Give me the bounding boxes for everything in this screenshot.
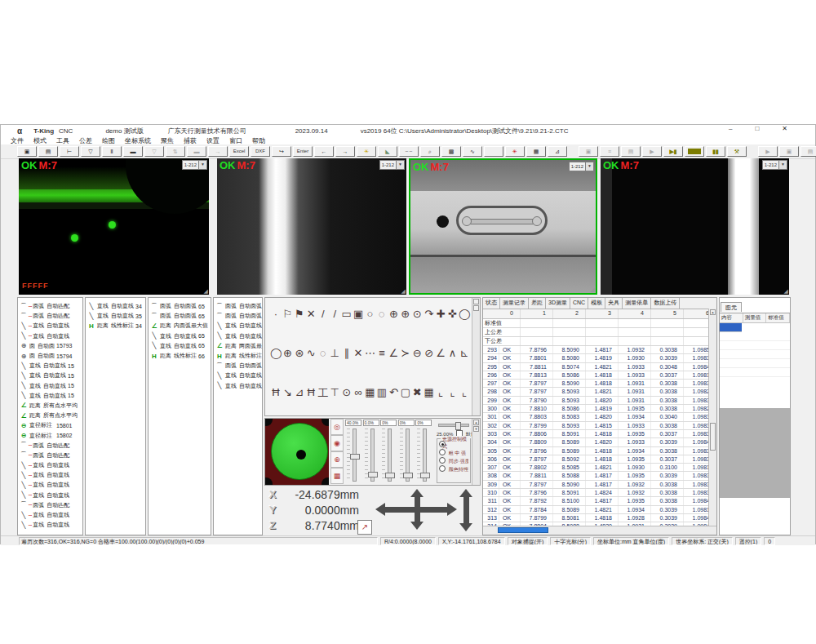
- fixed-row[interactable]: 标准值: [483, 319, 716, 328]
- geometry-tool-icon[interactable]: ⌞: [447, 386, 459, 401]
- list-item[interactable]: ╲ 直线 自动直线 15: [18, 371, 82, 380]
- geometry-tool-icon[interactable]: ∧: [447, 347, 459, 359]
- geometry-tool-icon[interactable]: ∞: [353, 386, 364, 401]
- geometry-tool-icon[interactable]: ↶: [388, 386, 399, 401]
- list-item[interactable]: ╲ 直线 自动直线 35: [86, 311, 145, 321]
- grid-tab[interactable]: 数据上传: [651, 298, 680, 309]
- geometry-tool-icon[interactable]: ▢: [400, 386, 411, 401]
- close-button[interactable]: ✕: [782, 125, 787, 132]
- resize-grip-icon[interactable]: ◢: [204, 288, 208, 295]
- geometry-tool-icon[interactable]: ▭: [341, 308, 353, 320]
- toolbar-button[interactable]: ▶: [642, 146, 662, 157]
- scrollbar-thumb[interactable]: [498, 527, 548, 533]
- geometry-tool-icon[interactable]: Ħ: [305, 386, 317, 401]
- table-row[interactable]: 305 OK 7.8796 8.5089 1.4818 1.0934 0.303…: [483, 447, 716, 455]
- geometry-tool-icon[interactable]: ⊛: [294, 347, 305, 359]
- geometry-tool-icon[interactable]: ◌: [317, 347, 329, 359]
- geometry-tool-icon[interactable]: ⊥: [329, 347, 340, 359]
- light-ring-button[interactable]: ▦: [330, 468, 344, 484]
- light-slider[interactable]: [353, 429, 357, 482]
- table-row[interactable]: 294 OK 7.8801 8.5080 1.4819 1.0930 0.303…: [483, 354, 716, 362]
- geometry-tool-icon[interactable]: ∠: [435, 347, 446, 359]
- list-item[interactable]: ∠ 距离 所有点水平均: [18, 401, 82, 411]
- table-row[interactable]: 306 OK 7.8797 8.5092 1.4818 1.0935 0.303…: [483, 455, 716, 464]
- sync-radio[interactable]: [439, 457, 446, 464]
- list-item[interactable]: ⌒ ▪▪▪ 圆弧 自动匹配: [18, 441, 82, 451]
- column-number[interactable]: 1: [521, 309, 553, 318]
- grid-tab[interactable]: 测量记录: [500, 298, 529, 309]
- toolbar-button[interactable]: →: [335, 146, 355, 157]
- list-item[interactable]: ╲ ▪▪▪ 直线 自动直线: [18, 470, 82, 480]
- camera-view-4[interactable]: OKM:7 1-212 ▼ ◢: [601, 158, 789, 295]
- toolbar-button[interactable]: ▬: [187, 146, 206, 157]
- list-item[interactable]: ╲ ▪▪▪ 直线 自动直线: [18, 491, 82, 500]
- list-item[interactable]: ╲ 直线 自动直线 65: [149, 331, 211, 341]
- grid-tab[interactable]: 差距: [529, 298, 546, 309]
- jog-vertical-arrow[interactable]: [415, 497, 420, 522]
- toolbar-button[interactable]: →: [208, 146, 228, 157]
- toolbar-button[interactable]: ▦: [526, 146, 546, 157]
- list-item[interactable]: ╲ 直线 自动直线 55: [214, 331, 262, 341]
- element-panel-tab[interactable]: 图元: [721, 302, 742, 312]
- list-item[interactable]: H 距离 线性标注 66: [149, 351, 211, 361]
- toolbar-button[interactable]: ≡: [600, 146, 619, 157]
- geometry-tool-icon[interactable]: ▦: [365, 386, 376, 401]
- table-row[interactable]: 309 OK 7.8797 8.5090 1.4817 1.0932 0.303…: [483, 481, 716, 489]
- camera2-id-select[interactable]: 1-212 ▼: [379, 160, 405, 170]
- chevron-down-icon[interactable]: ▼: [778, 161, 787, 169]
- list-item[interactable]: ⌒ 圆弧 自动圆弧 55: [214, 311, 262, 321]
- toolbar-button[interactable]: ∿: [463, 146, 482, 157]
- geometry-tool-icon[interactable]: ⊙: [411, 308, 423, 320]
- grid-vertical-scrollbar[interactable]: ▲: [708, 309, 716, 526]
- toolbar-button[interactable]: ☀: [357, 146, 376, 157]
- geometry-tool-icon[interactable]: ✚: [435, 308, 446, 320]
- toolbar-button[interactable]: ⊿: [548, 146, 567, 157]
- list-item[interactable]: ⊖ 直径标注 15802: [18, 430, 82, 440]
- light-ring-button[interactable]: ◉: [330, 435, 344, 451]
- menu-item[interactable]: 帮助: [252, 136, 265, 145]
- light-slider[interactable]: [388, 429, 392, 482]
- geometry-tool-icon[interactable]: ⊕: [400, 308, 411, 320]
- toolbar-button[interactable]: ⌕: [420, 146, 440, 157]
- list-item[interactable]: H 距离 线性标注 34: [86, 321, 145, 331]
- grid-tab[interactable]: 模板: [588, 298, 605, 309]
- slider-thumb[interactable]: [368, 472, 378, 477]
- toolbar-button[interactable]: ▣: [579, 146, 598, 157]
- table-row[interactable]: 303 OK 7.8806 8.5091 1.4818 1.0935 0.303…: [483, 430, 716, 438]
- geometry-tool-icon[interactable]: ▥: [376, 386, 388, 401]
- slider-thumb[interactable]: [385, 473, 395, 478]
- table-row[interactable]: 311 OK 7.8792 8.5100 1.4817 1.0935 0.303…: [483, 497, 716, 505]
- list-item[interactable]: ╲ ▪▪▪ 直线 自动直线: [18, 321, 82, 331]
- list-item[interactable]: H 距离 线性标注 55: [214, 351, 262, 361]
- geometry-tool-icon[interactable]: ·: [270, 308, 282, 320]
- table-row[interactable]: 301 OK 7.8803 8.5083 1.4820 1.0934 0.304…: [483, 413, 716, 421]
- geometry-tool-icon[interactable]: ✖: [411, 386, 423, 401]
- resize-grip-icon[interactable]: ◢: [401, 288, 406, 295]
- menu-item[interactable]: 文件: [11, 136, 24, 145]
- toolbar-button[interactable]: ▤: [800, 146, 816, 157]
- menu-item[interactable]: 捕获: [184, 136, 197, 145]
- list-item[interactable]: ╲ ▪▪▪ 直线 自动直线: [18, 510, 82, 520]
- table-row[interactable]: 310 OK 7.8796 8.5091 1.4824 1.0932 0.303…: [483, 489, 716, 497]
- geometry-tool-icon[interactable]: ✜: [447, 308, 459, 320]
- empty-row[interactable]: [720, 359, 790, 368]
- menu-item[interactable]: 模式: [33, 136, 47, 145]
- list-item[interactable]: ⌒ ▪▪▪ 圆弧 自动匹配: [18, 311, 82, 321]
- geometry-tool-icon[interactable]: ∿: [305, 347, 317, 359]
- table-row[interactable]: 308 OK 7.8811 8.5088 1.4817 1.0935 0.303…: [483, 472, 716, 480]
- table-row[interactable]: 304 OK 7.8809 8.5089 1.4820 1.0933 0.303…: [483, 438, 716, 446]
- toolbar-button[interactable]: ▽: [81, 146, 100, 157]
- list-item[interactable]: ⊖ 直径标注 15801: [18, 420, 82, 430]
- geometry-tool-icon[interactable]: ⌞: [459, 386, 470, 401]
- geometry-tool-icon[interactable]: ↘: [282, 386, 293, 401]
- joystick-pad[interactable]: [265, 419, 329, 485]
- geometry-tool-icon[interactable]: ◯: [459, 308, 470, 320]
- grid-tab[interactable]: 测量依单: [623, 298, 651, 309]
- toolbar-button[interactable]: ↪: [272, 146, 291, 157]
- toolbar-button[interactable]: ⊢: [60, 146, 79, 157]
- geometry-tool-icon[interactable]: /: [329, 308, 340, 320]
- chevron-down-icon[interactable]: ▼: [198, 161, 206, 169]
- selected-cell[interactable]: [720, 323, 742, 332]
- slider-thumb[interactable]: [420, 473, 430, 478]
- list-item[interactable]: ╲ 直线 自动直线 34: [86, 301, 145, 311]
